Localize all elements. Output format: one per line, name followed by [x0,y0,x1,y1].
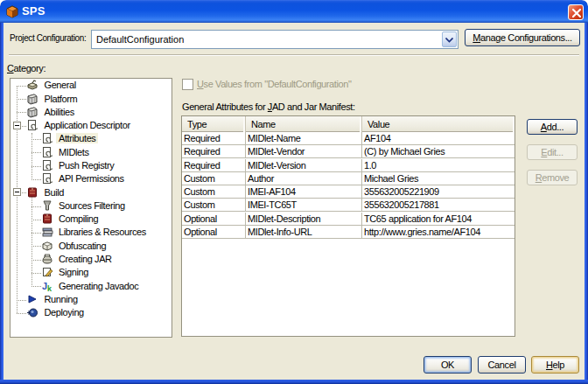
svg-text:k: k [47,284,52,292]
